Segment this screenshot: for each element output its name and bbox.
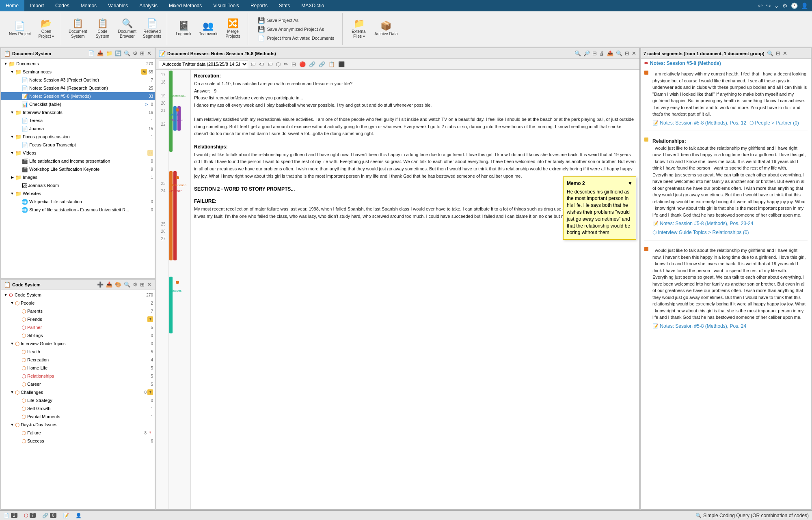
tree-row[interactable]: ▶ 📁 Images 1 <box>1 173 155 181</box>
code-settings-btn[interactable]: ⚙ <box>132 281 138 288</box>
export-btn[interactable]: 📤 <box>606 50 614 57</box>
document-browser-btn[interactable]: 🔍 DocumentBrowser <box>115 17 139 41</box>
toolbar-action-5[interactable]: ✏ <box>283 60 289 68</box>
doc-search-btn[interactable]: 🔍 <box>123 50 131 57</box>
code-close-btn[interactable]: ✕ <box>146 281 152 288</box>
segment-code-2[interactable]: ⬡ Interview Guide Topics > Relationships… <box>652 230 749 235</box>
tree-row[interactable]: 🌐 Study of life satisfaction - Erasmus U… <box>1 206 155 214</box>
menu-maxdictio[interactable]: MAXDictio <box>296 0 330 11</box>
tree-row[interactable]: ⬡ Life Strategy 0 <box>1 396 155 404</box>
menu-reports[interactable]: Reports <box>245 0 273 11</box>
menu-home[interactable]: Home <box>0 0 24 11</box>
tree-row[interactable]: 📄 Teresa 1 <box>1 116 155 125</box>
tree-row[interactable]: ⬡ Career 5 <box>1 380 155 388</box>
right-close-btn[interactable]: ✕ <box>782 50 788 57</box>
tree-row[interactable]: ⬡ Home Life 5 <box>1 364 155 372</box>
tree-row[interactable]: ▼ 📁 Websites <box>1 189 155 198</box>
toolbar-action-4[interactable]: ⬡ <box>275 60 281 68</box>
code-search-btn[interactable]: 🔍 <box>123 281 131 288</box>
toolbar-action-2[interactable]: 🏷 <box>258 60 265 68</box>
code-system-btn[interactable]: 📋 CodeSystem <box>91 17 114 41</box>
external-files-btn[interactable]: 📁 ExternalFiles ▾ <box>348 17 370 41</box>
code-colors-btn[interactable]: 🎨 <box>114 281 122 288</box>
segment-code-1[interactable]: ⬡ People > Partner (0) <box>749 120 799 126</box>
menu-codes[interactable]: Codes <box>50 0 75 11</box>
tree-row[interactable]: ▼ 📁 Focus group discussion 1 <box>1 133 155 141</box>
segment-ref-2[interactable]: 📝 Notes: Session #5-8 (Methods), Pos. 23… <box>652 221 753 226</box>
menu-import[interactable]: Import <box>24 0 50 11</box>
expand-icon[interactable]: ⌄ <box>774 2 779 9</box>
tree-row[interactable]: ⬡ Parents 7 <box>1 307 155 315</box>
right-search-btn[interactable]: 🔍 <box>766 50 774 57</box>
doc-settings-btn[interactable]: ⚙ <box>132 50 138 57</box>
doc-new-btn[interactable]: 📄 <box>87 50 95 57</box>
layout-btn[interactable]: ⊟ <box>592 50 598 57</box>
toolbar-action-9[interactable]: 🔗 <box>318 60 326 68</box>
user-icon[interactable]: 👤 <box>801 2 808 9</box>
tree-row[interactable]: ▼ ⬡ People 2 <box>1 299 155 307</box>
expand2-btn[interactable]: ⊞ <box>624 50 630 57</box>
memo-close-btn[interactable]: ▼ <box>628 180 633 187</box>
doc-expand-btn[interactable]: ⊞ <box>139 50 145 57</box>
doc-import-btn[interactable]: 📥 <box>96 50 104 57</box>
toolbar-action-7[interactable]: 🔴 <box>298 60 307 68</box>
redo-icon[interactable]: ↪ <box>766 2 771 9</box>
tree-row[interactable]: ⬡ Pivotal Moments 1 <box>1 413 155 421</box>
code-expand-btn[interactable]: ⊞ <box>139 281 145 288</box>
code-import-btn[interactable]: 📥 <box>105 281 113 288</box>
tree-row[interactable]: ▼ ⚙ Code System 270 <box>1 291 155 299</box>
tree-row[interactable]: 📊 Checklist (table) ▷ 0 <box>1 100 155 108</box>
logbook-btn[interactable]: 📓 Logbook <box>172 20 195 38</box>
toolbar-action-6[interactable]: ⊟ <box>291 60 297 68</box>
toolbar-toggle[interactable]: ⬛ <box>337 60 346 68</box>
segment-ref-1[interactable]: 📝 Notes: Session #5-8 (Methods), Pos. 12 <box>652 120 746 126</box>
tree-row[interactable]: 📄 Notes: Session #3 (Project Outline) 7 <box>1 76 155 84</box>
tree-row[interactable]: ▼ 📁 Seminar notes M 65 <box>1 68 155 76</box>
document-system-btn[interactable]: 📋 DocumentSystem <box>66 17 90 41</box>
tree-row[interactable]: ⬡ Failure 8 ? <box>1 429 155 437</box>
tree-row[interactable]: ⬡ Friends T <box>1 315 155 323</box>
tree-row[interactable]: ▼ ⬡ Interview Guide Topics 0 <box>1 340 155 348</box>
tree-row[interactable]: ⬡ Self Growth 1 <box>1 404 155 413</box>
search2-btn[interactable]: 🔎 <box>583 50 591 57</box>
tree-row[interactable]: ▼ ⬡ Day-to-Day Issues <box>1 421 155 429</box>
tree-row[interactable]: ⬡ Siblings 0 <box>1 331 155 340</box>
tree-row[interactable]: 📄 Joanna 15 <box>1 125 155 133</box>
active-doc-row[interactable]: 📝 Notes: Session #5-8 (Methods) 33 <box>1 92 155 100</box>
tree-row[interactable]: 🎬 Workshop Life Satifscation Keynote 9 <box>1 165 155 173</box>
tree-row[interactable]: ▼ ⬡ Challenges 0 T <box>1 388 155 396</box>
search-btn[interactable]: 🔍 <box>574 50 582 57</box>
save-anonymized-btn[interactable]: 💾 Save Anonymized Project As <box>256 25 336 33</box>
teamwork-btn[interactable]: 👥 Teamwork <box>197 20 220 38</box>
tree-row[interactable]: 📄 Focus Group Transcript <box>1 141 155 149</box>
tree-row[interactable]: ⬡ Health 5 <box>1 348 155 356</box>
tree-row[interactable]: ⬡ Success 6 <box>1 437 155 445</box>
tree-row[interactable]: ▼ 📁 Documents 270 <box>1 60 155 68</box>
open-project-btn[interactable]: 📂 OpenProject ▾ <box>35 17 58 41</box>
menu-stats[interactable]: Stats <box>273 0 296 11</box>
project-from-activated-btn[interactable]: 📄 Project from Activated Documents <box>256 34 336 42</box>
tree-row[interactable]: 📄 Notes: Session #4 (Research Question) … <box>1 84 155 92</box>
doc-refresh-btn[interactable]: 🔄 <box>114 50 122 57</box>
tree-row[interactable]: 🖼 Joanna's Room <box>1 181 155 189</box>
new-project-btn[interactable]: 📄 New Project <box>6 20 33 38</box>
tree-row[interactable]: ▼ 📁 Interview transcripts 16 <box>1 108 155 116</box>
merge-projects-btn[interactable]: 🔀 MergeProjects <box>222 17 244 41</box>
menu-analysis[interactable]: Analysis <box>134 0 163 11</box>
autocode-select[interactable]: Autocode Twitter data (2015/25/8 14:51) <box>159 60 248 68</box>
tree-row[interactable]: 🎬 Life satisfaction and income presentat… <box>1 157 155 165</box>
menu-visual-tools[interactable]: Visual Tools <box>207 0 245 11</box>
doc-close-btn[interactable]: ✕ <box>146 50 152 57</box>
print-btn[interactable]: 🖨 <box>598 50 605 57</box>
save-project-as-btn[interactable]: 💾 Save Project As <box>256 16 336 24</box>
toolbar-action-3[interactable]: 🏷 <box>267 60 274 68</box>
tree-row[interactable]: ⬡ Partner 5 <box>1 323 155 331</box>
tree-row[interactable]: ⬡ Recreation 4 <box>1 356 155 364</box>
toolbar-action-1[interactable]: 🏷 <box>250 60 257 68</box>
code-new-btn[interactable]: ➕ <box>96 281 104 288</box>
zoom-btn[interactable]: 🔍 <box>615 50 623 57</box>
toolbar-action-8[interactable]: 🔗 <box>308 60 316 68</box>
toolbar-action-10[interactable]: 📋 <box>328 60 336 68</box>
menu-variables[interactable]: Variables <box>102 0 134 11</box>
undo-icon[interactable]: ↩ <box>758 2 763 9</box>
